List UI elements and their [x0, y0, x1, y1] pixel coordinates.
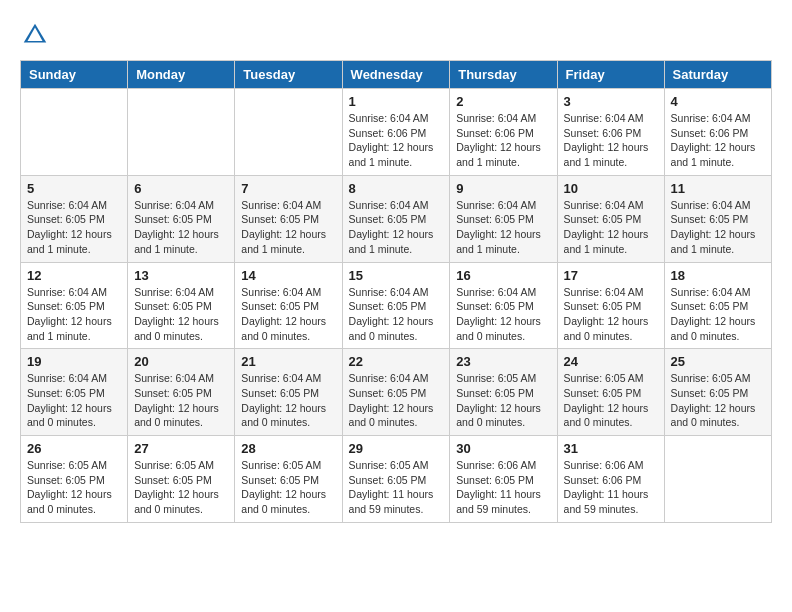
day-number: 11: [671, 181, 765, 196]
day-number: 31: [564, 441, 658, 456]
day-number: 28: [241, 441, 335, 456]
calendar-cell: 17Sunrise: 6:04 AM Sunset: 6:05 PM Dayli…: [557, 262, 664, 349]
day-number: 8: [349, 181, 444, 196]
day-number: 21: [241, 354, 335, 369]
logo-icon: [20, 20, 50, 50]
calendar-cell: [21, 89, 128, 176]
day-info: Sunrise: 6:04 AM Sunset: 6:05 PM Dayligh…: [241, 285, 335, 344]
calendar-cell: 1Sunrise: 6:04 AM Sunset: 6:06 PM Daylig…: [342, 89, 450, 176]
calendar-cell: 24Sunrise: 6:05 AM Sunset: 6:05 PM Dayli…: [557, 349, 664, 436]
calendar-week-row: 5Sunrise: 6:04 AM Sunset: 6:05 PM Daylig…: [21, 175, 772, 262]
day-number: 4: [671, 94, 765, 109]
day-number: 13: [134, 268, 228, 283]
day-info: Sunrise: 6:04 AM Sunset: 6:06 PM Dayligh…: [456, 111, 550, 170]
calendar-week-row: 1Sunrise: 6:04 AM Sunset: 6:06 PM Daylig…: [21, 89, 772, 176]
weekday-header: Monday: [128, 61, 235, 89]
calendar-cell: 28Sunrise: 6:05 AM Sunset: 6:05 PM Dayli…: [235, 436, 342, 523]
day-number: 20: [134, 354, 228, 369]
day-info: Sunrise: 6:05 AM Sunset: 6:05 PM Dayligh…: [241, 458, 335, 517]
calendar-week-row: 19Sunrise: 6:04 AM Sunset: 6:05 PM Dayli…: [21, 349, 772, 436]
calendar-cell: 8Sunrise: 6:04 AM Sunset: 6:05 PM Daylig…: [342, 175, 450, 262]
day-number: 26: [27, 441, 121, 456]
calendar-cell: 22Sunrise: 6:04 AM Sunset: 6:05 PM Dayli…: [342, 349, 450, 436]
calendar-cell: 9Sunrise: 6:04 AM Sunset: 6:05 PM Daylig…: [450, 175, 557, 262]
day-info: Sunrise: 6:04 AM Sunset: 6:05 PM Dayligh…: [349, 198, 444, 257]
calendar-cell: [128, 89, 235, 176]
day-number: 24: [564, 354, 658, 369]
day-info: Sunrise: 6:04 AM Sunset: 6:05 PM Dayligh…: [564, 198, 658, 257]
day-info: Sunrise: 6:04 AM Sunset: 6:05 PM Dayligh…: [241, 371, 335, 430]
day-info: Sunrise: 6:04 AM Sunset: 6:05 PM Dayligh…: [671, 285, 765, 344]
day-info: Sunrise: 6:04 AM Sunset: 6:05 PM Dayligh…: [134, 198, 228, 257]
calendar-cell: 6Sunrise: 6:04 AM Sunset: 6:05 PM Daylig…: [128, 175, 235, 262]
calendar-week-row: 12Sunrise: 6:04 AM Sunset: 6:05 PM Dayli…: [21, 262, 772, 349]
calendar-cell: 30Sunrise: 6:06 AM Sunset: 6:05 PM Dayli…: [450, 436, 557, 523]
day-number: 30: [456, 441, 550, 456]
weekday-header: Thursday: [450, 61, 557, 89]
day-info: Sunrise: 6:04 AM Sunset: 6:05 PM Dayligh…: [564, 285, 658, 344]
day-info: Sunrise: 6:04 AM Sunset: 6:05 PM Dayligh…: [349, 285, 444, 344]
day-info: Sunrise: 6:04 AM Sunset: 6:05 PM Dayligh…: [27, 198, 121, 257]
day-info: Sunrise: 6:04 AM Sunset: 6:06 PM Dayligh…: [564, 111, 658, 170]
calendar-cell: 18Sunrise: 6:04 AM Sunset: 6:05 PM Dayli…: [664, 262, 771, 349]
calendar-cell: 14Sunrise: 6:04 AM Sunset: 6:05 PM Dayli…: [235, 262, 342, 349]
weekday-header: Sunday: [21, 61, 128, 89]
calendar-table: SundayMondayTuesdayWednesdayThursdayFrid…: [20, 60, 772, 523]
day-number: 23: [456, 354, 550, 369]
calendar-cell: 11Sunrise: 6:04 AM Sunset: 6:05 PM Dayli…: [664, 175, 771, 262]
calendar-header-row: SundayMondayTuesdayWednesdayThursdayFrid…: [21, 61, 772, 89]
day-number: 27: [134, 441, 228, 456]
day-number: 18: [671, 268, 765, 283]
calendar-cell: 26Sunrise: 6:05 AM Sunset: 6:05 PM Dayli…: [21, 436, 128, 523]
day-number: 6: [134, 181, 228, 196]
day-number: 16: [456, 268, 550, 283]
calendar-cell: 12Sunrise: 6:04 AM Sunset: 6:05 PM Dayli…: [21, 262, 128, 349]
calendar-body: 1Sunrise: 6:04 AM Sunset: 6:06 PM Daylig…: [21, 89, 772, 523]
day-number: 19: [27, 354, 121, 369]
calendar-cell: 4Sunrise: 6:04 AM Sunset: 6:06 PM Daylig…: [664, 89, 771, 176]
day-info: Sunrise: 6:04 AM Sunset: 6:05 PM Dayligh…: [134, 285, 228, 344]
day-info: Sunrise: 6:05 AM Sunset: 6:05 PM Dayligh…: [564, 371, 658, 430]
day-number: 9: [456, 181, 550, 196]
day-number: 17: [564, 268, 658, 283]
day-info: Sunrise: 6:04 AM Sunset: 6:05 PM Dayligh…: [134, 371, 228, 430]
day-info: Sunrise: 6:04 AM Sunset: 6:05 PM Dayligh…: [456, 285, 550, 344]
calendar-cell: 15Sunrise: 6:04 AM Sunset: 6:05 PM Dayli…: [342, 262, 450, 349]
day-number: 14: [241, 268, 335, 283]
day-info: Sunrise: 6:05 AM Sunset: 6:05 PM Dayligh…: [671, 371, 765, 430]
calendar-cell: 23Sunrise: 6:05 AM Sunset: 6:05 PM Dayli…: [450, 349, 557, 436]
day-info: Sunrise: 6:04 AM Sunset: 6:05 PM Dayligh…: [241, 198, 335, 257]
weekday-header: Friday: [557, 61, 664, 89]
day-number: 15: [349, 268, 444, 283]
day-number: 10: [564, 181, 658, 196]
calendar-cell: 21Sunrise: 6:04 AM Sunset: 6:05 PM Dayli…: [235, 349, 342, 436]
weekday-header: Wednesday: [342, 61, 450, 89]
calendar-cell: 13Sunrise: 6:04 AM Sunset: 6:05 PM Dayli…: [128, 262, 235, 349]
calendar-cell: 16Sunrise: 6:04 AM Sunset: 6:05 PM Dayli…: [450, 262, 557, 349]
calendar-week-row: 26Sunrise: 6:05 AM Sunset: 6:05 PM Dayli…: [21, 436, 772, 523]
day-info: Sunrise: 6:04 AM Sunset: 6:06 PM Dayligh…: [349, 111, 444, 170]
calendar-cell: 27Sunrise: 6:05 AM Sunset: 6:05 PM Dayli…: [128, 436, 235, 523]
calendar-cell: 3Sunrise: 6:04 AM Sunset: 6:06 PM Daylig…: [557, 89, 664, 176]
calendar-cell: 5Sunrise: 6:04 AM Sunset: 6:05 PM Daylig…: [21, 175, 128, 262]
calendar-cell: 20Sunrise: 6:04 AM Sunset: 6:05 PM Dayli…: [128, 349, 235, 436]
day-number: 12: [27, 268, 121, 283]
day-number: 25: [671, 354, 765, 369]
day-number: 1: [349, 94, 444, 109]
day-number: 3: [564, 94, 658, 109]
calendar-cell: 29Sunrise: 6:05 AM Sunset: 6:05 PM Dayli…: [342, 436, 450, 523]
day-info: Sunrise: 6:04 AM Sunset: 6:05 PM Dayligh…: [27, 285, 121, 344]
day-info: Sunrise: 6:04 AM Sunset: 6:05 PM Dayligh…: [671, 198, 765, 257]
day-number: 7: [241, 181, 335, 196]
day-info: Sunrise: 6:05 AM Sunset: 6:05 PM Dayligh…: [134, 458, 228, 517]
calendar-cell: 7Sunrise: 6:04 AM Sunset: 6:05 PM Daylig…: [235, 175, 342, 262]
day-info: Sunrise: 6:05 AM Sunset: 6:05 PM Dayligh…: [27, 458, 121, 517]
calendar-cell: 25Sunrise: 6:05 AM Sunset: 6:05 PM Dayli…: [664, 349, 771, 436]
day-number: 22: [349, 354, 444, 369]
weekday-header: Saturday: [664, 61, 771, 89]
day-info: Sunrise: 6:04 AM Sunset: 6:05 PM Dayligh…: [349, 371, 444, 430]
day-number: 5: [27, 181, 121, 196]
day-info: Sunrise: 6:04 AM Sunset: 6:06 PM Dayligh…: [671, 111, 765, 170]
calendar-cell: 2Sunrise: 6:04 AM Sunset: 6:06 PM Daylig…: [450, 89, 557, 176]
calendar-cell: 31Sunrise: 6:06 AM Sunset: 6:06 PM Dayli…: [557, 436, 664, 523]
